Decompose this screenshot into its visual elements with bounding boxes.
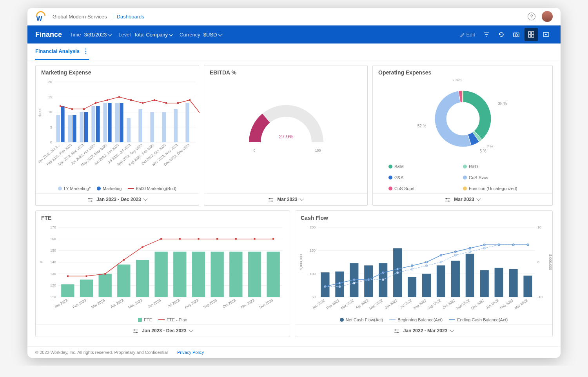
- svg-rect-159: [437, 265, 445, 297]
- svg-text:Jun 2022: Jun 2022: [384, 298, 398, 310]
- svg-text:Dec 2022: Dec 2022: [470, 298, 485, 310]
- svg-text:Mar 2023: Mar 2023: [91, 298, 105, 309]
- svg-text:W: W: [36, 15, 42, 22]
- svg-text:52 %: 52 %: [417, 124, 426, 128]
- svg-text:-10: -10: [537, 295, 543, 299]
- copyright-text: © 2022 Workday, Inc. All rights reserved…: [35, 350, 168, 355]
- card-ebitda: EBITDA % 27.9%0100 Mar 2023: [204, 65, 368, 206]
- chevron-down-icon: [450, 328, 454, 332]
- card-footer-ebitda[interactable]: Mar 2023: [204, 193, 367, 205]
- filter-level-label: Level: [118, 32, 131, 38]
- svg-rect-155: [408, 277, 416, 297]
- filter-currency-label: Currency: [180, 32, 200, 38]
- svg-text:Apr 2022: Apr 2022: [355, 298, 369, 310]
- svg-rect-149: [364, 265, 373, 297]
- svg-text:#: #: [40, 261, 44, 263]
- svg-rect-157: [422, 274, 431, 297]
- svg-text:38 %: 38 %: [498, 102, 507, 106]
- chevron-down-icon: [169, 32, 173, 36]
- camera-button[interactable]: [510, 28, 523, 41]
- tab-bar: Financial Analysis ⋮: [27, 44, 561, 60]
- refresh-icon: [498, 31, 505, 38]
- svg-rect-92: [61, 284, 74, 297]
- svg-text:Feb 2023: Feb 2023: [72, 298, 87, 309]
- svg-text:Jan 2023: Jan 2023: [485, 298, 499, 310]
- slider-icon: [394, 329, 399, 333]
- svg-point-62: [88, 198, 89, 199]
- help-icon[interactable]: ?: [528, 13, 535, 20]
- card-footer-fte[interactable]: Jan 2023 - Dec 2023: [36, 324, 290, 337]
- svg-point-203: [395, 329, 396, 330]
- svg-rect-98: [117, 265, 130, 297]
- svg-text:May 2022: May 2022: [368, 298, 383, 310]
- svg-rect-25: [80, 112, 83, 142]
- svg-text:Jan 2022: Jan 2022: [312, 298, 326, 310]
- svg-text:Jan 2023: Jan 2023: [54, 298, 68, 309]
- svg-text:Oct 2023: Oct 2023: [222, 298, 236, 309]
- card-footer-marketing[interactable]: Jan 2023 - Dec 2023: [36, 193, 199, 205]
- filter-time-label: Time: [70, 32, 81, 38]
- user-avatar[interactable]: [542, 11, 553, 22]
- svg-text:0: 0: [50, 140, 52, 144]
- svg-text:150: 150: [50, 248, 56, 252]
- slider-icon: [268, 198, 274, 202]
- svg-text:Sep 2023: Sep 2023: [203, 298, 218, 309]
- svg-text:110: 110: [50, 295, 56, 299]
- svg-text:20: 20: [48, 80, 52, 84]
- svg-point-76: [448, 200, 449, 201]
- svg-text:Jun 2023: Jun 2023: [147, 298, 162, 309]
- svg-rect-39: [138, 109, 142, 142]
- breadcrumb-dashboards[interactable]: Dashboards: [112, 14, 144, 20]
- svg-text:Dec 2023: Dec 2023: [259, 298, 274, 309]
- svg-rect-110: [229, 252, 242, 297]
- dashboard-grid: Marketing Expense 05101520$,000Jan 2022,…: [27, 60, 561, 346]
- svg-text:50: 50: [312, 295, 316, 299]
- filter-icon-button[interactable]: [480, 28, 493, 41]
- filter-time-value[interactable]: 3/31/2023: [84, 32, 111, 38]
- chevron-down-icon: [108, 32, 112, 36]
- svg-rect-19: [56, 115, 60, 142]
- svg-point-63: [91, 200, 92, 201]
- chevron-down-icon: [476, 196, 481, 201]
- edit-button[interactable]: Edit: [459, 32, 475, 38]
- svg-text:140: 140: [50, 260, 56, 264]
- svg-text:10: 10: [48, 110, 52, 114]
- svg-point-204: [397, 332, 399, 333]
- card-title: FTE: [36, 211, 290, 225]
- filter-currency-value[interactable]: $USD: [203, 32, 222, 38]
- svg-text:0: 0: [537, 260, 539, 264]
- filter-level-value[interactable]: Total Company: [134, 32, 172, 38]
- card-marketing-expense: Marketing Expense 05101520$,000Jan 2022,…: [35, 65, 199, 206]
- chart-cash-flow: 50100150200-10010$,000,000$,000,000Jan 2…: [295, 225, 553, 315]
- svg-text:0 %: 0 %: [456, 80, 462, 82]
- svg-rect-32: [108, 103, 112, 142]
- svg-rect-161: [451, 261, 460, 297]
- svg-text:Nov 2022: Nov 2022: [456, 298, 470, 310]
- svg-text:120: 120: [50, 283, 56, 287]
- svg-text:$,000,000: $,000,000: [299, 254, 303, 270]
- page-title: Finance: [35, 31, 62, 39]
- card-cash-flow: Cash Flow 50100150200-10010$,000,000$,00…: [295, 210, 553, 337]
- card-title: Operating Expenses: [373, 65, 552, 80]
- svg-text:10: 10: [537, 225, 541, 229]
- card-title: Cash Flow: [295, 211, 552, 225]
- privacy-policy-link[interactable]: Privacy Policy: [177, 350, 204, 355]
- tab-financial-analysis[interactable]: Financial Analysis ⋮: [35, 47, 89, 60]
- svg-text:Jul 2023: Jul 2023: [167, 298, 180, 308]
- grid-view-button[interactable]: [524, 28, 538, 41]
- svg-text:100: 100: [315, 149, 321, 152]
- svg-text:Mar 2022: Mar 2022: [340, 298, 355, 310]
- tab-menu-icon[interactable]: ⋮: [83, 47, 89, 55]
- legend-marketing: LY Marketing* Marketing 6500 Marketing(B…: [36, 184, 199, 193]
- svg-rect-20: [61, 106, 65, 142]
- present-button[interactable]: [539, 28, 553, 41]
- card-title: Marketing Expense: [36, 65, 199, 80]
- svg-point-67: [269, 198, 270, 199]
- svg-rect-41: [150, 112, 154, 142]
- refresh-button[interactable]: [495, 28, 508, 41]
- svg-text:27.9%: 27.9%: [279, 134, 294, 140]
- svg-rect-169: [509, 269, 518, 297]
- card-footer-opex[interactable]: Mar 2023: [373, 193, 552, 205]
- svg-text:2 %: 2 %: [486, 145, 493, 149]
- card-footer-cash[interactable]: Jan 2022 - Mar 2023: [295, 324, 552, 337]
